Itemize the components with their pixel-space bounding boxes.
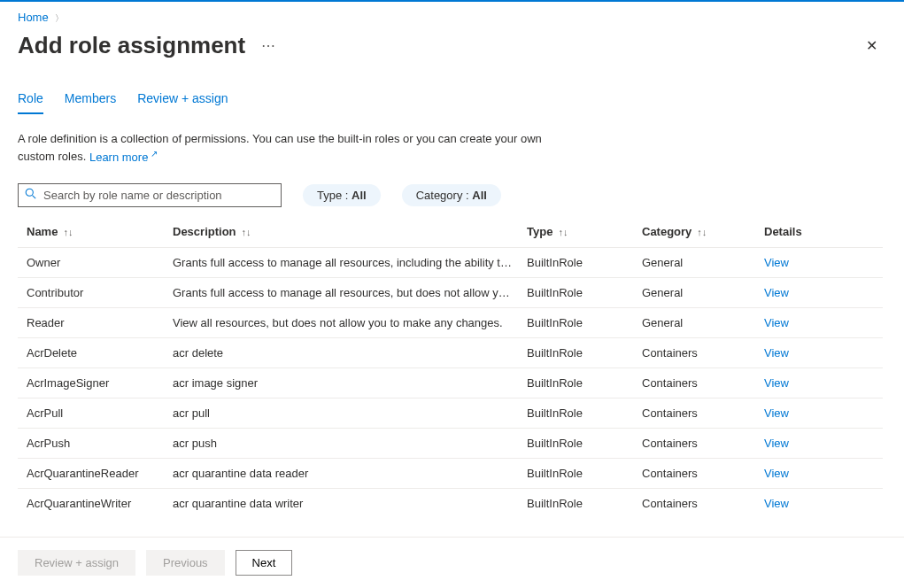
sort-icon: ↑↓ xyxy=(697,227,707,237)
cell-name: AcrDelete xyxy=(27,346,173,360)
cell-name: Contributor xyxy=(27,286,173,299)
cell-category: Containers xyxy=(642,406,764,420)
view-link[interactable]: View xyxy=(764,406,789,420)
cell-description: acr push xyxy=(173,437,527,450)
table-row[interactable]: OwnerGrants full access to manage all re… xyxy=(18,248,883,278)
view-link[interactable]: View xyxy=(764,497,789,510)
cell-type: BuiltInRole xyxy=(527,437,642,450)
column-header-name-label: Name xyxy=(27,225,58,238)
column-header-description-label: Description xyxy=(173,225,236,238)
column-header-name[interactable]: Name↑↓ xyxy=(27,225,173,238)
view-link[interactable]: View xyxy=(764,467,789,480)
page-header: Add role assignment ⋯ ✕ xyxy=(0,28,904,70)
view-link[interactable]: View xyxy=(764,346,789,360)
filter-category-pill[interactable]: Category : All xyxy=(402,184,501,206)
tab-bar: Role Members Review + assign xyxy=(18,70,883,115)
cell-category: Containers xyxy=(642,437,764,450)
tab-role[interactable]: Role xyxy=(18,86,43,114)
external-link-icon: ↗ xyxy=(148,148,158,158)
filter-type-value: All xyxy=(352,189,367,202)
cell-name: AcrImageSigner xyxy=(27,376,173,390)
cell-type: BuiltInRole xyxy=(527,316,642,329)
cell-description: acr quarantine data reader xyxy=(173,467,527,480)
tab-members[interactable]: Members xyxy=(65,86,116,114)
table-row[interactable]: AcrQuarantineWriteracr quarantine data w… xyxy=(18,489,883,513)
description-text: A role definition is a collection of per… xyxy=(18,115,567,174)
table-header-row: Name↑↓ Description↑↓ Type↑↓ Category↑↓ D… xyxy=(18,221,883,248)
cell-category: General xyxy=(642,286,764,299)
cell-description: Grants full access to manage all resourc… xyxy=(173,286,527,299)
filter-row: Type : All Category : All xyxy=(18,174,883,221)
view-link[interactable]: View xyxy=(764,437,789,450)
column-header-details-label: Details xyxy=(764,225,802,238)
breadcrumb-home[interactable]: Home xyxy=(18,11,49,24)
cell-category: General xyxy=(642,316,764,329)
cell-category: Containers xyxy=(642,376,764,390)
column-header-type[interactable]: Type↑↓ xyxy=(527,225,642,238)
table-row[interactable]: ContributorGrants full access to manage … xyxy=(18,278,883,308)
column-header-category[interactable]: Category↑↓ xyxy=(642,225,764,238)
sort-icon: ↑↓ xyxy=(63,227,73,237)
cell-description: View all resources, but does not allow y… xyxy=(173,316,527,329)
main-scroll-area[interactable]: Role Members Review + assign A role defi… xyxy=(0,70,904,513)
view-link[interactable]: View xyxy=(764,256,789,269)
table-row[interactable]: AcrPullacr pullBuiltInRoleContainersView xyxy=(18,398,883,429)
review-assign-button: Review + assign xyxy=(18,550,135,576)
cell-description: acr image signer xyxy=(173,376,527,390)
learn-more-link[interactable]: Learn more ↗ xyxy=(89,151,158,164)
page-title: Add role assignment xyxy=(18,32,245,59)
cell-name: Owner xyxy=(27,256,173,269)
cell-type: BuiltInRole xyxy=(527,286,642,299)
view-link[interactable]: View xyxy=(764,376,789,390)
cell-name: AcrPush xyxy=(27,437,173,450)
column-header-category-label: Category xyxy=(642,225,692,238)
cell-type: BuiltInRole xyxy=(527,376,642,390)
horizontal-scrollbar[interactable] xyxy=(0,576,904,588)
table-row[interactable]: AcrDeleteacr deleteBuiltInRoleContainers… xyxy=(18,338,883,368)
table-row[interactable]: AcrPushacr pushBuiltInRoleContainersView xyxy=(18,429,883,459)
filter-type-pill[interactable]: Type : All xyxy=(303,184,381,206)
cell-name: Reader xyxy=(27,316,173,329)
cell-name: AcrQuarantineWriter xyxy=(27,497,173,510)
cell-description: acr quarantine data writer xyxy=(173,497,527,510)
next-button[interactable]: Next xyxy=(236,550,293,576)
filter-category-label: Category : xyxy=(416,189,473,202)
column-header-details: Details xyxy=(764,225,874,238)
cell-category: General xyxy=(642,256,764,269)
footer-bar: Review + assign Previous Next xyxy=(0,537,904,576)
sort-icon: ↑↓ xyxy=(242,227,251,237)
cell-category: Containers xyxy=(642,467,764,480)
cell-name: AcrPull xyxy=(27,406,173,420)
more-actions-icon[interactable]: ⋯ xyxy=(261,37,276,54)
sort-icon: ↑↓ xyxy=(558,227,568,237)
learn-more-label: Learn more xyxy=(89,151,148,164)
role-table: Name↑↓ Description↑↓ Type↑↓ Category↑↓ D… xyxy=(18,221,883,513)
breadcrumb: Home 〉 xyxy=(0,2,904,28)
table-body: OwnerGrants full access to manage all re… xyxy=(18,248,883,513)
column-header-type-label: Type xyxy=(527,225,552,238)
close-icon[interactable]: ✕ xyxy=(857,34,886,58)
table-row[interactable]: ReaderView all resources, but does not a… xyxy=(18,308,883,338)
table-row[interactable]: AcrImageSigneracr image signerBuiltInRol… xyxy=(18,368,883,398)
cell-type: BuiltInRole xyxy=(527,467,642,480)
cell-description: Grants full access to manage all resourc… xyxy=(173,256,527,269)
cell-type: BuiltInRole xyxy=(527,256,642,269)
filter-category-value: All xyxy=(472,189,487,202)
previous-button: Previous xyxy=(146,550,225,576)
search-input[interactable] xyxy=(18,183,282,207)
table-row[interactable]: AcrQuarantineReaderacr quarantine data r… xyxy=(18,459,883,489)
cell-name: AcrQuarantineReader xyxy=(27,467,173,480)
search-box xyxy=(18,183,282,207)
filter-type-label: Type : xyxy=(317,189,352,202)
column-header-description[interactable]: Description↑↓ xyxy=(173,225,527,238)
tab-review-assign[interactable]: Review + assign xyxy=(137,86,228,114)
cell-category: Containers xyxy=(642,346,764,360)
cell-type: BuiltInRole xyxy=(527,406,642,420)
cell-type: BuiltInRole xyxy=(527,497,642,510)
cell-description: acr delete xyxy=(173,346,527,360)
cell-description: acr pull xyxy=(173,406,527,420)
cell-type: BuiltInRole xyxy=(527,346,642,360)
view-link[interactable]: View xyxy=(764,286,789,299)
cell-category: Containers xyxy=(642,497,764,510)
view-link[interactable]: View xyxy=(764,316,789,329)
